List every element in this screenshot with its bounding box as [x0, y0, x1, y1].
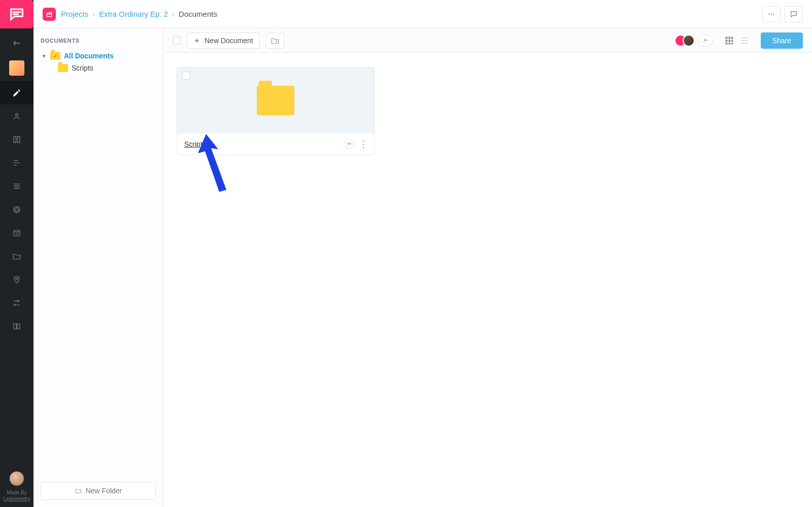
ellipsis-icon [767, 10, 776, 19]
nav-settings[interactable] [0, 291, 33, 315]
folder-large-icon [257, 86, 294, 115]
svg-rect-13 [728, 37, 730, 39]
share-button[interactable]: Share [761, 32, 803, 49]
view-toggle [724, 36, 750, 46]
new-document-label: New Document [205, 37, 253, 45]
nav-location[interactable] [0, 268, 33, 291]
svg-rect-17 [731, 40, 733, 42]
grid-view-button[interactable] [724, 36, 734, 46]
folder-card-thumb [177, 67, 374, 133]
folder-card[interactable]: Scripts ⋮ [177, 67, 375, 155]
svg-rect-4 [14, 230, 20, 236]
nav-reel[interactable] [0, 198, 33, 221]
nav-files[interactable] [0, 245, 33, 268]
nav-calendar[interactable] [0, 221, 33, 245]
folder-plus-icon [270, 36, 280, 45]
svg-rect-12 [725, 37, 727, 39]
clapper-icon [46, 11, 53, 18]
chat-bubble-icon [8, 6, 25, 23]
breadcrumb: Projects › Extra Ordinary Ep. 2 › Docume… [61, 10, 217, 18]
nav-project-thumb[interactable] [0, 55, 33, 81]
select-all-checkbox[interactable] [173, 37, 181, 45]
svg-point-7 [14, 304, 16, 306]
svg-rect-1 [14, 137, 16, 143]
credit-author: Leanometry [4, 496, 30, 502]
svg-point-3 [14, 207, 20, 213]
main-area: New Document Share [163, 28, 812, 507]
nav-rows[interactable] [0, 175, 33, 198]
new-folder-toolbar-button[interactable] [266, 32, 284, 49]
folder-check-icon [50, 52, 60, 60]
collaborator-avatars [674, 35, 713, 47]
svg-point-21 [348, 143, 350, 144]
user-avatar[interactable] [10, 471, 24, 486]
credit-text: Made By Leanometry [4, 490, 30, 502]
folder-tree: ▼ All Documents Scripts [41, 50, 156, 74]
tree-item-scripts[interactable]: Scripts [41, 62, 156, 74]
tree-root-all-documents[interactable]: ▼ All Documents [41, 50, 156, 62]
svg-rect-18 [725, 43, 727, 44]
breadcrumb-current: Documents [179, 10, 217, 18]
new-folder-label: New Folder [86, 487, 122, 495]
svg-point-6 [17, 300, 19, 302]
folder-icon [12, 252, 21, 261]
tree-item-label: Scripts [72, 64, 93, 72]
svg-point-10 [773, 13, 774, 14]
card-more-button[interactable]: ⋮ [359, 140, 367, 149]
arrow-left-icon [12, 39, 21, 48]
documents-grid: Scripts ⋮ [163, 53, 812, 170]
comments-button[interactable] [785, 6, 803, 22]
card-share-button[interactable] [344, 140, 355, 149]
svg-point-8 [768, 13, 769, 14]
documents-sidepanel: DOCUMENTS ▼ All Documents Scripts New Fo… [33, 28, 163, 507]
pencil-icon [12, 88, 21, 97]
nav-back[interactable] [0, 31, 33, 55]
avatar[interactable] [683, 35, 695, 47]
nav-boards[interactable] [0, 128, 33, 151]
app-logo[interactable] [0, 0, 33, 28]
nav-edit[interactable] [0, 81, 33, 105]
svg-rect-19 [728, 43, 730, 44]
columns-icon [12, 135, 21, 144]
breadcrumb-projects[interactable]: Projects [61, 10, 88, 18]
list-view-button[interactable] [739, 36, 750, 46]
person-plus-icon [346, 141, 352, 147]
person-icon [12, 112, 21, 121]
breadcrumb-project-name[interactable]: Extra Ordinary Ep. 2 [99, 10, 168, 18]
project-thumbnail-icon [9, 60, 24, 76]
project-chip[interactable] [43, 8, 56, 21]
left-rail: Made By Leanometry [0, 0, 33, 507]
aperture-icon [12, 205, 21, 214]
svg-point-9 [771, 13, 772, 14]
rows-icon [12, 182, 21, 191]
folder-icon [58, 64, 68, 72]
folder-card-name[interactable]: Scripts [184, 140, 206, 148]
nav-docs[interactable] [0, 315, 33, 338]
credit-by: Made By [4, 490, 30, 496]
documents-toolbar: New Document Share [163, 28, 812, 53]
card-checkbox[interactable] [182, 72, 190, 80]
calendar-check-icon [12, 228, 21, 238]
svg-point-0 [16, 114, 18, 116]
chevron-right-icon: › [172, 10, 175, 18]
caret-down-icon: ▼ [42, 53, 47, 59]
svg-rect-2 [18, 137, 20, 143]
svg-rect-16 [728, 40, 730, 42]
svg-rect-20 [731, 43, 733, 44]
add-collaborator-button[interactable] [698, 35, 713, 47]
new-folder-button[interactable]: New Folder [41, 482, 156, 500]
list-icon [739, 36, 750, 46]
sliders-icon [12, 298, 21, 308]
more-button[interactable] [762, 6, 781, 22]
list-staggered-icon [12, 158, 21, 167]
new-document-button[interactable]: New Document [187, 32, 260, 49]
grid-icon [724, 36, 734, 46]
plus-icon [193, 37, 200, 44]
nav-list[interactable] [0, 151, 33, 175]
share-label: Share [772, 37, 791, 45]
chevron-right-icon: › [92, 10, 95, 18]
svg-point-5 [16, 278, 18, 280]
header-bar: Projects › Extra Ordinary Ep. 2 › Docume… [33, 0, 812, 28]
nav-people[interactable] [0, 105, 33, 128]
person-plus-icon [702, 38, 708, 44]
